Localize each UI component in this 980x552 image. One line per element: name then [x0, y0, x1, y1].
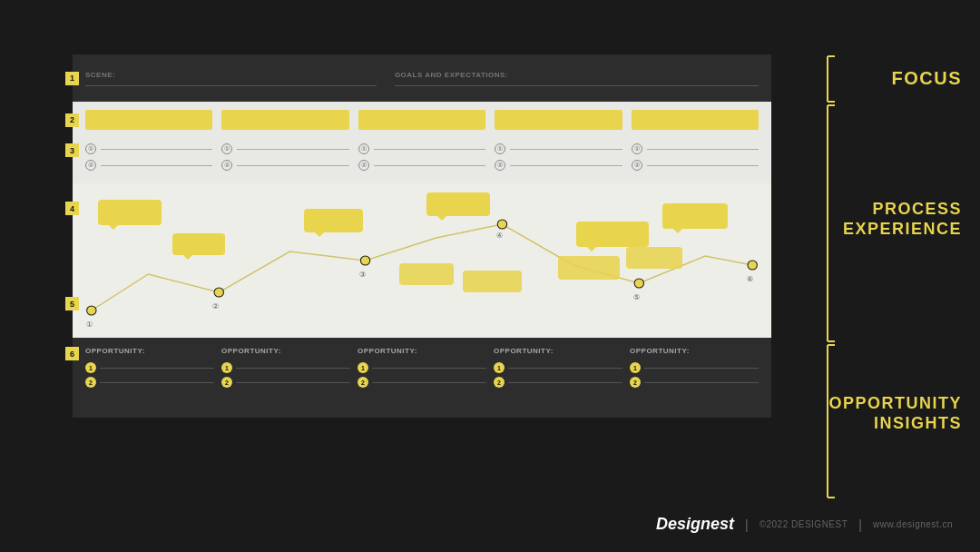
opp-circle-2: 2	[630, 377, 641, 388]
row3-number: 3	[65, 143, 79, 157]
opp-item-3-2: 2	[358, 377, 486, 388]
right-labels-container: FOCUS PROCESS EXPERIENCE OPPORTUNITY INS…	[835, 54, 962, 490]
opp-item-1-1: 1	[85, 362, 214, 373]
svg-point-4	[634, 279, 643, 288]
opp-item-1-2: 2	[85, 377, 214, 388]
focus-label: FOCUS	[892, 67, 963, 89]
brand-logo: Designest	[656, 515, 734, 534]
svg-text:⑤: ⑤	[633, 293, 640, 301]
experience-label: EXPERIENCE	[843, 220, 962, 240]
focus-label-container: FOCUS	[835, 54, 962, 102]
opportunity-label-container: OPPORTUNITY INSIGHTS	[835, 338, 962, 490]
svg-point-0	[87, 306, 96, 315]
opp-line-2-2	[236, 382, 350, 383]
line-3-1	[374, 149, 485, 150]
opp-line-5-2	[644, 382, 759, 383]
bubble-low-4	[626, 247, 682, 269]
circle-1: ①	[85, 143, 96, 154]
right-bracket-svg	[818, 54, 837, 499]
row3-col-1: ① ②	[85, 143, 212, 171]
item-4-2: ②	[495, 160, 622, 171]
bubble-4	[426, 192, 490, 216]
opp-circle-1: 1	[630, 362, 641, 373]
scene-line	[85, 85, 377, 86]
line-5-1	[647, 149, 759, 150]
bubble-6	[662, 203, 728, 229]
circle-1: ①	[221, 143, 232, 154]
opp-label-1: OPPORTUNITY:	[85, 347, 214, 355]
opp-col-2: OPPORTUNITY: 1 2	[221, 347, 350, 388]
bubble-low-2	[463, 271, 522, 292]
item-1-1: ①	[85, 143, 212, 154]
svg-text:②: ②	[212, 302, 219, 310]
item-3-2: ②	[358, 160, 485, 171]
bubble-1	[98, 200, 162, 225]
brand-italic: Designest	[656, 515, 734, 533]
row1-focus: 1 SCENE: GOALS AND EXPECTATIONS:	[73, 54, 771, 102]
row3-col-3: ① ②	[358, 143, 485, 171]
line-1-2	[101, 165, 212, 166]
bubble-5	[576, 222, 649, 247]
copyright-text: ©2022 DESIGNEST	[760, 519, 848, 529]
row6-number: 6	[65, 347, 79, 360]
opp-label-3: OPPORTUNITY:	[358, 347, 486, 355]
circle-2: ②	[358, 160, 369, 171]
goals-field: GOALS AND EXPECTATIONS:	[395, 71, 759, 86]
circle-1: ①	[358, 143, 369, 154]
process-experience-area: 4 5 ① ② ③ ④ ⑤ ⑥	[73, 183, 771, 338]
opp-label-4: OPPORTUNITY:	[494, 347, 622, 355]
item-5-1: ①	[632, 143, 759, 154]
item-3-1: ①	[358, 143, 485, 154]
category-box-1	[85, 110, 212, 130]
opp-label-5: OPPORTUNITY:	[630, 347, 759, 355]
bubble-2	[172, 233, 225, 255]
item-2-2: ②	[221, 160, 348, 171]
footer-divider-2: |	[858, 518, 862, 532]
opportunity-label: OPPORTUNITY	[828, 394, 962, 414]
category-box-3	[358, 110, 485, 130]
opp-item-4-1: 1	[494, 362, 622, 373]
opp-line-3-2	[372, 382, 486, 383]
opp-circle-1: 1	[358, 362, 368, 373]
process-label: PROCESS	[872, 200, 962, 220]
row3-items: 3 ① ② ① ② ①	[73, 138, 771, 183]
category-box-2	[221, 110, 348, 130]
opp-col-1: OPPORTUNITY: 1 2	[85, 347, 214, 388]
scene-label: SCENE:	[85, 71, 377, 79]
svg-point-3	[497, 220, 506, 229]
bubble-3	[304, 209, 363, 232]
opp-line-3-1	[372, 368, 486, 369]
scene-field: SCENE:	[85, 71, 377, 86]
opp-circle-2: 2	[358, 377, 368, 388]
row2-categories: 2	[73, 102, 771, 138]
svg-point-5	[748, 261, 757, 270]
opp-item-2-2: 2	[221, 377, 350, 388]
opp-line-4-2	[508, 382, 622, 383]
svg-text:③: ③	[359, 271, 366, 279]
opp-line-2-1	[236, 368, 350, 369]
bubble-low-1	[399, 263, 454, 285]
line-5-2	[647, 165, 759, 166]
opp-line-5-1	[644, 368, 759, 369]
circle-2: ②	[632, 160, 642, 171]
line-4-1	[510, 149, 622, 150]
main-container: 1 SCENE: GOALS AND EXPECTATIONS: 2 3 ① ②	[73, 54, 771, 499]
line-3-2	[374, 165, 485, 166]
line-2-1	[237, 149, 348, 150]
svg-point-2	[360, 256, 369, 265]
item-5-2: ②	[632, 160, 759, 171]
opp-label-2: OPPORTUNITY:	[221, 347, 350, 355]
opp-item-5-1: 1	[630, 362, 759, 373]
goals-line	[395, 85, 759, 86]
row1-number: 1	[65, 72, 79, 85]
opp-item-5-2: 2	[630, 377, 759, 388]
svg-text:①: ①	[86, 320, 93, 329]
row6-opportunities: 6 OPPORTUNITY: 1 2 OPPORTUNITY: 1 2	[73, 338, 771, 418]
footer: Designest | ©2022 DESIGNEST | www.design…	[656, 515, 953, 534]
svg-text:⑥: ⑥	[747, 275, 753, 283]
goals-label: GOALS AND EXPECTATIONS:	[395, 71, 759, 79]
opp-circle-1: 1	[494, 362, 505, 373]
opp-line-1-1	[100, 368, 214, 369]
opp-col-5: OPPORTUNITY: 1 2	[630, 347, 759, 388]
row3-col-4: ① ②	[495, 143, 622, 171]
